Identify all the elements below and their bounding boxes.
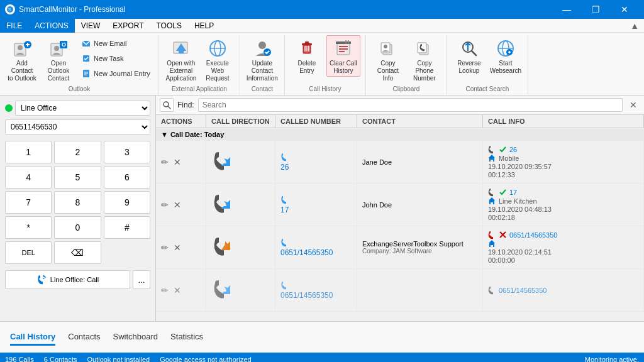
copy-contact-button[interactable]: Copy ContactInfo <box>371 35 405 84</box>
numpad-star[interactable]: * <box>5 216 52 239</box>
update-contact-button[interactable]: Update ContactInformation <box>245 35 279 84</box>
td-direction-1 <box>206 141 275 183</box>
svg-line-44 <box>472 51 476 55</box>
add-contact-button[interactable]: Add Contactto Outlook <box>5 35 39 84</box>
date-group-arrow: ▼ <box>161 131 168 138</box>
status-contacts: 6 Contacts <box>44 356 77 362</box>
call-button[interactable]: Line Office: Call <box>5 270 130 289</box>
col-callinfo: CALL INFO <box>483 115 644 128</box>
numpad-1[interactable]: 1 <box>5 141 52 163</box>
td-actions-2: ✏ ✕ <box>156 184 206 226</box>
td-actions-4: ✏ ✕ <box>156 269 206 311</box>
svg-text:S: S <box>8 8 11 12</box>
status-outlook: Outlook not installed <box>87 356 150 362</box>
edit-icon-1[interactable]: ✏ <box>161 157 169 167</box>
journal-icon <box>81 69 91 79</box>
call-button-row: Line Office: Call ... <box>5 270 150 289</box>
delete-icon-1[interactable]: ✕ <box>174 157 181 167</box>
edit-icon-4[interactable]: ✏ <box>161 285 169 295</box>
ci-x-icon-3 <box>499 231 507 239</box>
search-bar: Find: ✕ <box>156 96 644 115</box>
start-websearch-button[interactable]: StartWebsearch <box>489 35 523 77</box>
del-button[interactable]: DEL <box>5 241 52 264</box>
edit-icon-2[interactable]: ✏ <box>161 200 169 210</box>
numpad-8[interactable]: 8 <box>54 191 101 214</box>
status-calls: 196 Calls <box>5 356 34 362</box>
copy-phone-button[interactable]: Copy PhoneNumber <box>408 35 441 84</box>
title-bar: S SmartCallMonitor - Professional — ❐ ✕ <box>0 0 644 19</box>
edit-icon-3[interactable]: ✏ <box>161 243 169 253</box>
call-phone-icon <box>36 275 47 285</box>
backspace-button[interactable]: ⌫ <box>54 241 101 264</box>
td-direction-3 <box>206 226 275 268</box>
svg-marker-58 <box>489 240 495 247</box>
numpad-5[interactable]: 5 <box>54 166 101 189</box>
minimize-button[interactable]: — <box>552 0 581 19</box>
delete-icon-3[interactable]: ✕ <box>174 243 181 253</box>
menu-item-file[interactable]: FILE <box>0 19 28 33</box>
delete-icon-4[interactable]: ✕ <box>174 285 181 295</box>
numpad-0[interactable]: 0 <box>54 216 101 239</box>
menu-item-actions[interactable]: ACTIONS <box>28 19 74 33</box>
menu-item-help[interactable]: HELP <box>188 19 220 33</box>
tab-call-history[interactable]: Call History <box>10 329 55 346</box>
menu-item-view[interactable]: VIEW <box>75 19 107 33</box>
numpad-4[interactable]: 4 <box>5 166 52 189</box>
delete-entry-button[interactable]: DeleteEntry <box>290 35 324 77</box>
search-clear-button[interactable]: ✕ <box>626 98 640 112</box>
ci-phone-icon-2 <box>488 188 496 196</box>
delete-icon-2[interactable]: ✕ <box>174 200 181 210</box>
numpad-7[interactable]: 7 <box>5 191 52 214</box>
td-contact-1: Jane Doe <box>357 141 483 183</box>
new-journal-button[interactable]: New Journal Entry <box>78 67 153 80</box>
table-row: ✏ ✕ 26 Jane Do <box>156 141 644 184</box>
ci-phone-icon-3 <box>488 231 496 239</box>
tab-statistics[interactable]: Statistics <box>170 329 203 346</box>
number-select[interactable]: 06511456530 <box>5 119 150 134</box>
open-outlook-button[interactable]: O Open OutlookContact <box>42 35 75 84</box>
svg-rect-19 <box>179 48 184 53</box>
open-external-button[interactable]: Open with ExternalApplication <box>164 35 198 84</box>
reverse-lookup-button[interactable]: ReverseLookup <box>452 35 486 77</box>
td-number-1: 26 <box>275 141 357 183</box>
search-input[interactable] <box>198 98 623 112</box>
new-task-button[interactable]: New Task <box>78 52 153 65</box>
call-more-button[interactable]: ... <box>133 270 150 289</box>
find-label: Find: <box>177 101 194 109</box>
left-panel: Line Office Line Kitchen Line Mobile 065… <box>0 96 156 321</box>
incoming-call-icon-1 <box>211 151 234 173</box>
line-select[interactable]: Line Office Line Kitchen Line Mobile <box>15 101 150 116</box>
close-button[interactable]: ✕ <box>610 0 639 19</box>
table-container: ACTIONS CALL DIRECTION CALLED NUMBER CON… <box>156 115 644 321</box>
numpad: 1 2 3 4 5 6 7 8 9 * 0 # DEL ⌫ <box>5 141 150 264</box>
maximize-button[interactable]: ❐ <box>581 0 610 19</box>
ribbon-group-label-outlook: Outlook <box>5 84 153 94</box>
search-icon <box>162 101 171 109</box>
table-header: ACTIONS CALL DIRECTION CALLED NUMBER CON… <box>156 115 644 128</box>
ribbon-group-label-clipboard: Clipboard <box>371 84 441 94</box>
clear-history-icon <box>333 38 353 58</box>
numpad-9[interactable]: 9 <box>104 191 150 214</box>
numpad-6[interactable]: 6 <box>104 166 150 189</box>
external-icon <box>171 38 191 58</box>
tab-switchboard[interactable]: Switchboard <box>113 329 158 346</box>
td-callinfo-2: 17 Line Kitchen 19.10.2020 04:48:13 00:0… <box>483 184 644 226</box>
copy-phone-icon <box>414 38 435 58</box>
execute-web-button[interactable]: Execute WebRequest <box>201 35 235 84</box>
status-monitoring: Monitoring active. <box>585 356 639 362</box>
menu-item-export[interactable]: EXPORT <box>106 19 150 33</box>
numpad-3[interactable]: 3 <box>104 141 150 163</box>
ci-check-icon-2 <box>499 188 507 196</box>
tab-contacts[interactable]: Contacts <box>68 329 100 346</box>
outlook-icon: O <box>48 38 69 58</box>
ci-home-icon-2 <box>488 197 496 205</box>
ribbon-collapse-btn[interactable]: ▲ <box>625 19 644 32</box>
websearch-icon <box>496 38 516 58</box>
numpad-hash[interactable]: # <box>104 216 150 239</box>
new-email-button[interactable]: New Email <box>78 36 153 50</box>
numpad-2[interactable]: 2 <box>54 141 101 163</box>
search-button[interactable] <box>160 98 174 112</box>
menu-item-tools[interactable]: TOOLS <box>150 19 187 33</box>
number-phone-icon-4 <box>280 281 289 290</box>
clear-history-button[interactable]: Clear CallHistory <box>326 35 360 77</box>
